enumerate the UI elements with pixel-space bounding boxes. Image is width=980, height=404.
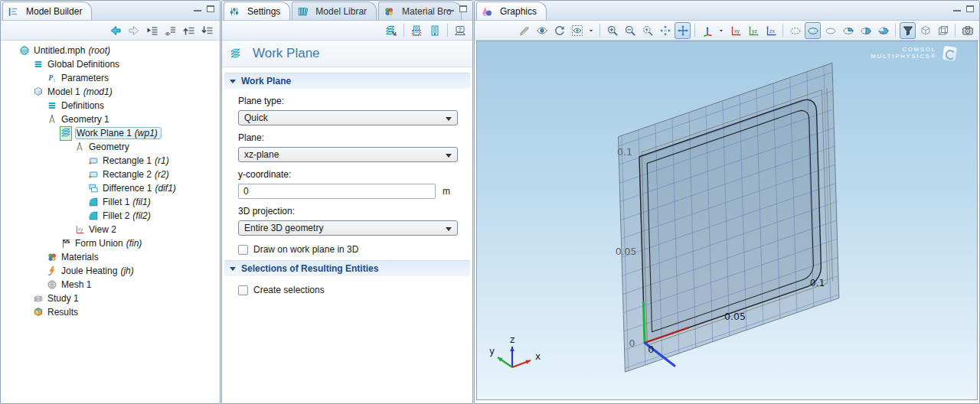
maximize-icon[interactable]: [966, 5, 974, 12]
collapse-tree-button[interactable]: [144, 22, 161, 39]
tab-settings[interactable]: Settings: [224, 2, 290, 20]
rotate-arrow-button[interactable]: [551, 22, 567, 39]
xy-view-icon: xy: [730, 24, 742, 37]
tree-item-tag: (dif1): [155, 183, 175, 194]
zx-view-button[interactable]: zx: [763, 22, 779, 39]
plane-type-value: Quick: [244, 112, 268, 123]
show-tree-button[interactable]: [162, 22, 179, 39]
pan-arrows-button[interactable]: [675, 22, 691, 39]
axis-triad-button[interactable]: [699, 22, 715, 39]
build-all-button[interactable]: [426, 22, 443, 39]
wireframe-cube-button[interactable]: [935, 22, 951, 39]
tree-item-rectangle-1[interactable]: Rectangle 1(r1): [1, 154, 220, 168]
dashed-ellipsoid-icon: [789, 24, 802, 37]
help-button[interactable]: ?: [452, 22, 469, 39]
tree-item-geometry-1[interactable]: Geometry 1: [1, 112, 220, 126]
slashed-pencil-icon: [518, 24, 531, 37]
tree-item-materials[interactable]: Materials: [1, 250, 220, 264]
tree-item-geometry[interactable]: Geometry: [1, 140, 220, 154]
graphics-canvas[interactable]: 00.050.100.050.1zxy COMSOL MULTIPHYSICS®: [476, 41, 978, 400]
definitions-icon: [47, 100, 57, 111]
tree-item-work-plane-1[interactable]: Work Plane 1(wp1): [1, 126, 220, 140]
plane-type-label: Plane type:: [238, 96, 458, 106]
graphics-title: Graphics: [500, 6, 537, 17]
tree-item-tag: (r1): [155, 155, 169, 166]
model-builder-title: Model Builder: [26, 6, 82, 17]
maximize-icon[interactable]: [207, 5, 214, 12]
tree-item-view-2[interactable]: xyView 2: [1, 223, 220, 236]
eye-button[interactable]: [534, 22, 550, 39]
dashed-eye-button[interactable]: [569, 22, 585, 39]
view-icon: xy: [74, 224, 85, 235]
tree-item-joule-heating[interactable]: Joule Heating(jh): [1, 264, 220, 278]
tree-item-fillet-2[interactable]: Fillet 2(fil2): [1, 209, 220, 223]
half-ellipsoid-button[interactable]: [858, 22, 874, 39]
back-arrow-button[interactable]: [107, 22, 124, 39]
maximize-icon[interactable]: [459, 5, 467, 12]
tree-item-difference-1[interactable]: Difference 1(dif1): [1, 181, 220, 195]
camera-button[interactable]: [959, 22, 975, 39]
move-up-icon: [183, 24, 195, 37]
tree-item-global-definitions[interactable]: Global Definitions: [1, 57, 220, 71]
minimize-icon[interactable]: [194, 5, 201, 12]
back-arrow-icon: [109, 24, 122, 37]
projection-select[interactable]: Entire 3D geometry: [238, 220, 458, 236]
fillet-icon: [88, 210, 99, 221]
plane-select[interactable]: xz-plane: [238, 147, 458, 162]
tree-item-rectangle-2[interactable]: Rectangle 2(r2): [1, 168, 220, 181]
move-up-button[interactable]: [181, 22, 198, 39]
move-down-button[interactable]: [199, 22, 216, 39]
materials-icon: [47, 252, 57, 262]
minimize-icon[interactable]: [446, 5, 454, 12]
dashed-ellipsoid-button[interactable]: [787, 22, 803, 39]
rectangle-icon: [88, 169, 99, 180]
fillet-icon: [88, 197, 99, 207]
three-quarter-ellipsoid-button[interactable]: [875, 22, 891, 39]
tab-model-builder[interactable]: Model Builder: [2, 2, 92, 20]
tree-item-untitled-mph[interactable]: Untitled.mph(root): [1, 44, 220, 57]
projection-value: Entire 3D geometry: [244, 223, 323, 233]
graphics-panel: Graphics xyyzzx 00.050.100.050.1zxy COMS…: [474, 0, 980, 404]
tree-item-definitions[interactable]: Definitions: [1, 99, 220, 112]
build-selected-button[interactable]: [408, 22, 425, 39]
tree-item-study-1[interactable]: Study 1: [1, 292, 220, 305]
chevron-down-button[interactable]: [717, 22, 726, 39]
chevron-down-button[interactable]: [586, 22, 596, 39]
quarter-ellipsoid-button[interactable]: [840, 22, 856, 39]
tree-item-parameters[interactable]: PiParameters: [1, 71, 220, 85]
cone-button[interactable]: [900, 22, 916, 39]
tree-item-label: Results: [47, 307, 78, 318]
tree-item-mesh-1[interactable]: Mesh 1: [1, 278, 220, 292]
section-selections[interactable]: Selections of Resulting Entities: [224, 260, 470, 276]
zoom-in-button[interactable]: [604, 22, 620, 39]
tree-item-fillet-1[interactable]: Fillet 1(fil1): [1, 195, 220, 209]
tree-item-tag: (fil2): [132, 210, 150, 221]
zoom-out-button[interactable]: [622, 22, 638, 39]
toolbar-separator: [694, 24, 695, 37]
ellipsoid-button[interactable]: [805, 22, 821, 39]
tab-model-librar[interactable]: Model Librar: [292, 2, 377, 20]
tab-label: Model Librar: [315, 6, 367, 17]
zoom-box-button[interactable]: [639, 22, 655, 39]
minimize-icon[interactable]: [953, 5, 961, 12]
tree-item-model-1[interactable]: Model 1(mod1): [1, 85, 220, 99]
tree-item-results[interactable]: Results: [1, 305, 220, 319]
slashed-pencil-button[interactable]: [516, 22, 532, 39]
triad-y-label: y: [489, 346, 495, 357]
y-coordinate-input[interactable]: 0: [238, 184, 436, 199]
section-work-plane[interactable]: Work Plane: [224, 73, 470, 89]
x-tick-label: 0.05: [724, 311, 746, 322]
build-workplane-button[interactable]: [383, 22, 400, 39]
plane-type-select[interactable]: Quick: [238, 110, 458, 125]
tree-item-form-union[interactable]: Form Union(fin): [1, 236, 220, 250]
xy-view-button[interactable]: xy: [727, 22, 743, 39]
forward-arrow-button[interactable]: [126, 22, 142, 39]
tab-graphics[interactable]: Graphics: [476, 2, 547, 20]
x-tick-label: 0: [648, 344, 654, 355]
create-selections-checkbox[interactable]: [238, 285, 248, 295]
flat-ellipsoid-button[interactable]: [822, 22, 838, 39]
draw-on-work-plane-checkbox[interactable]: [238, 245, 248, 255]
cube-button[interactable]: [917, 22, 933, 39]
zoom-extents-button[interactable]: [657, 22, 673, 39]
yz-view-button[interactable]: yz: [745, 22, 761, 39]
